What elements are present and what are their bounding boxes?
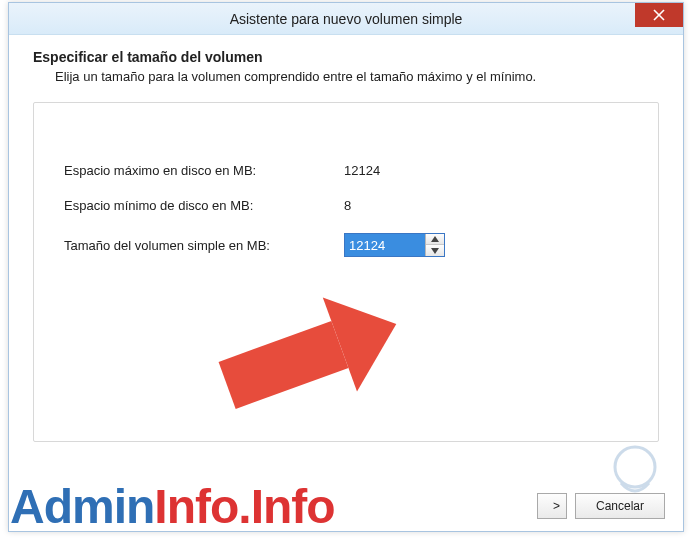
svg-marker-3 [431, 248, 439, 254]
window-title: Asistente para nuevo volumen simple [230, 11, 463, 27]
spinner-up-button[interactable] [426, 234, 444, 245]
options-panel: Espacio máximo en disco en MB: 12124 Esp… [33, 102, 659, 442]
titlebar: Asistente para nuevo volumen simple [9, 3, 683, 35]
watermark-right: Info.Info [154, 480, 334, 533]
close-button[interactable] [635, 3, 683, 27]
row-max-space: Espacio máximo en disco en MB: 12124 [64, 163, 628, 178]
chevron-down-icon [431, 248, 439, 254]
svg-point-4 [615, 447, 655, 487]
min-space-value: 8 [344, 198, 454, 213]
row-min-space: Espacio mínimo de disco en MB: 8 [64, 198, 628, 213]
logo-icon [605, 441, 665, 501]
volume-size-spinner [344, 233, 445, 257]
close-icon [653, 9, 665, 21]
min-space-label: Espacio mínimo de disco en MB: [64, 198, 344, 213]
page-heading: Especificar el tamaño del volumen [33, 49, 659, 65]
volume-size-input[interactable] [345, 234, 425, 256]
max-space-label: Espacio máximo en disco en MB: [64, 163, 344, 178]
spinner-down-button[interactable] [426, 245, 444, 256]
max-space-value: 12124 [344, 163, 454, 178]
spinner-buttons [425, 234, 444, 256]
content-area: Especificar el tamaño del volumen Elija … [9, 35, 683, 442]
wizard-window: Asistente para nuevo volumen simple Espe… [8, 2, 684, 532]
chevron-up-icon [431, 236, 439, 242]
svg-marker-2 [431, 236, 439, 242]
row-volume-size: Tamaño del volumen simple en MB: [64, 233, 628, 257]
watermark-text: AdminInfo.Info [10, 479, 335, 534]
next-button-partial[interactable]: > [537, 493, 567, 519]
volume-size-label: Tamaño del volumen simple en MB: [64, 238, 344, 253]
watermark-left: Admin [10, 480, 154, 533]
page-subheading: Elija un tamaño para la volumen comprend… [33, 69, 659, 84]
